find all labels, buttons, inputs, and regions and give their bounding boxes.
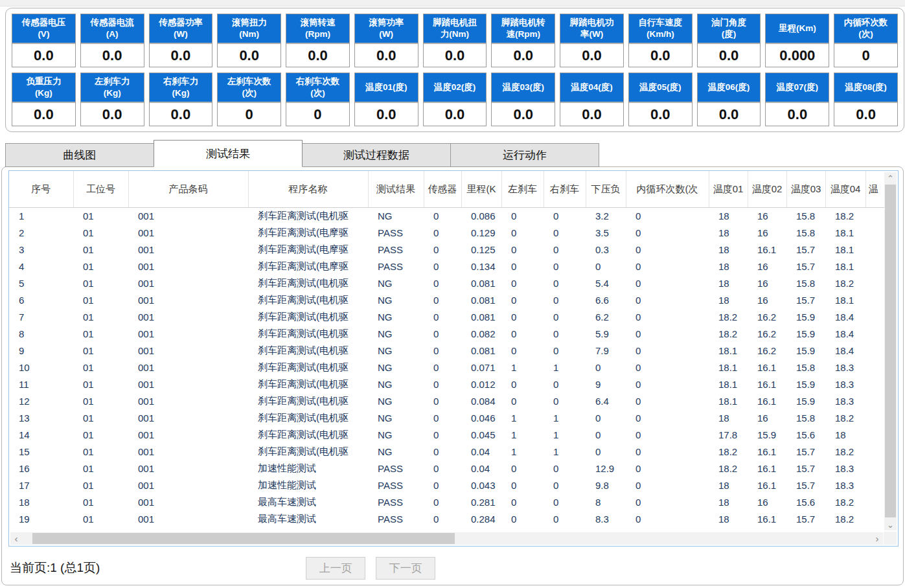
vertical-scrollbar[interactable]: ⌃ ⌄ [884, 172, 897, 530]
table-cell: 001 [128, 326, 248, 343]
table-cell: 刹车距离测试(电机驱 [248, 309, 368, 326]
column-header[interactable]: 传感器 [424, 171, 461, 208]
table-cell: 刹车距离测试(电机驱 [248, 393, 368, 410]
tab-curve-chart[interactable]: 曲线图 [5, 143, 154, 167]
table-cell: 001 [128, 427, 248, 444]
table-cell: 15.9 [748, 427, 786, 444]
scroll-up-icon[interactable]: ⌃ [884, 172, 897, 184]
column-header[interactable]: 序号 [9, 171, 73, 208]
column-header[interactable]: 内循环次数(次 [626, 171, 709, 208]
table-cell: 0.012 [461, 376, 501, 393]
table-row[interactable]: 101001刹车距离测试(电机驱NG00.086003.20181615.818… [9, 208, 895, 225]
table-cell: 18.4 [825, 309, 865, 326]
table-cell: 15.8 [786, 208, 825, 225]
column-header[interactable]: 下压负 [586, 171, 626, 208]
table-cell: 0 [544, 326, 586, 343]
table-cell: 0 [424, 376, 461, 393]
tab-test-process-data[interactable]: 测试过程数据 [302, 143, 451, 167]
gauge-label: 温度01(度) [355, 73, 418, 103]
table-row[interactable]: 1601001加速性能测试PASS00.040012.9018.216.115.… [9, 460, 895, 477]
column-header[interactable]: 工位号 [73, 171, 128, 208]
column-header[interactable]: 右刹车 [544, 171, 586, 208]
table-row[interactable]: 1401001刹车距离测试(电机驱NG00.045110017.815.915.… [9, 427, 895, 444]
table-cell: 18 [709, 258, 748, 275]
vertical-scroll-thumb[interactable] [885, 185, 896, 517]
table-cell: 01 [73, 494, 128, 511]
table-row[interactable]: 1801001最高车速测试PASS00.2810080181615.618.2 [9, 494, 895, 511]
horizontal-scrollbar[interactable]: ‹ › [10, 532, 883, 545]
scroll-down-icon[interactable]: ⌄ [884, 519, 897, 530]
table-row[interactable]: 1001001刹车距离测试(电机驱NG00.071110018.116.115.… [9, 359, 895, 376]
table-row[interactable]: 501001刹车距离测试(电机驱NG00.081005.40181615.818… [9, 275, 895, 292]
table-cell: 刹车距离测试(电机驱 [248, 326, 368, 343]
table-row[interactable]: 1701001加速性能测试PASS00.043009.801816.115.71… [9, 477, 895, 494]
table-row[interactable]: 201001刹车距离测试(电摩驱PASS00.129003.50181615.8… [9, 225, 895, 242]
table-cell: 0 [544, 511, 586, 528]
table-cell: 15.8 [786, 410, 825, 427]
table-row[interactable]: 701001刹车距离测试(电机驱NG00.081006.2018.216.215… [9, 309, 895, 326]
table-row[interactable]: 401001刹车距离测试(电摩驱PASS00.1340000181615.718… [9, 258, 895, 275]
gauge-label: 脚踏电机扭 力(Nm) [424, 14, 487, 44]
gauge-label: 负重压力 (Kg) [12, 73, 75, 103]
table-cell: 0 [626, 208, 709, 225]
table-cell: 001 [128, 444, 248, 460]
table-cell: 0 [501, 242, 544, 258]
table-cell: 18.2 [825, 511, 865, 528]
table-cell: 0 [544, 494, 586, 511]
app-window: 传感器电压 (V)0.0传感器电流 (A)0.0传感器功率 (W)0.0滚筒扭力… [0, 0, 905, 588]
table-row[interactable]: 1501001刹车距离测试(电机驱NG00.04110018.216.115.7… [9, 444, 895, 460]
column-header[interactable]: 产品条码 [128, 171, 248, 208]
horizontal-scroll-thumb[interactable] [32, 533, 455, 544]
tab-test-result[interactable]: 测试结果 [154, 140, 303, 167]
table-cell: 01 [73, 376, 128, 393]
table-row[interactable]: 901001刹车距离测试(电机驱NG00.081007.9018.116.215… [9, 343, 895, 359]
column-header[interactable]: 温度02 [748, 171, 786, 208]
table-cell: 001 [128, 376, 248, 393]
table-cell: 0 [626, 494, 709, 511]
table-cell: 15.7 [786, 477, 825, 494]
table-row[interactable]: 1101001刹车距离测试(电机驱NG00.012009018.116.115.… [9, 376, 895, 393]
table-row[interactable]: 301001刹车距离测试(电摩驱PASS00.125000.301816.115… [9, 242, 895, 258]
table-row[interactable]: 1901001最高车速测试PASS00.284008.301816.115.71… [9, 511, 895, 528]
column-header[interactable]: 里程(K [461, 171, 501, 208]
gauge-value: 0.000 [766, 44, 829, 67]
table-cell: 5.9 [586, 326, 626, 343]
gauge-value: 0.0 [12, 103, 75, 126]
gauge-tile: 传感器功率 (W)0.0 [149, 14, 213, 67]
table-cell: 18.1 [709, 343, 748, 359]
table-cell: 18.2 [825, 275, 865, 292]
table-cell: 0 [424, 427, 461, 444]
scroll-right-icon[interactable]: › [871, 532, 883, 545]
tab-run-action[interactable]: 运行动作 [450, 143, 599, 167]
table-row[interactable]: 601001刹车距离测试(电机驱NG00.081006.60181615.718… [9, 292, 895, 309]
table-row[interactable]: 1301001刹车距离测试(电机驱NG00.0461100181615.818.… [9, 410, 895, 427]
page-status: 当前页:1 (总1页) [10, 560, 100, 576]
table-cell: NG [368, 427, 424, 444]
table-cell: 16.1 [748, 444, 786, 460]
table-row[interactable]: 1201001刹车距离测试(电机驱NG00.084006.4018.116.11… [9, 393, 895, 410]
gauge-tile: 左刹车力 (Kg)0.0 [80, 73, 144, 126]
column-header[interactable]: 程序名称 [248, 171, 368, 208]
gauge-label: 传感器功率 (W) [150, 14, 212, 44]
table-cell: 0.081 [461, 309, 501, 326]
column-header[interactable]: 温度03 [786, 171, 825, 208]
table-cell: 0 [501, 376, 544, 393]
scroll-left-icon[interactable]: ‹ [10, 532, 22, 545]
table-cell: 001 [128, 343, 248, 359]
gauge-row-2: 负重压力 (Kg)0.0左刹车力 (Kg)0.0右刹车力 (Kg)0.0左刹车次… [12, 73, 898, 126]
table-row[interactable]: 801001刹车距离测试(电机驱NG00.082005.9018.216.215… [9, 326, 895, 343]
prev-page-button[interactable]: 上一页 [306, 557, 365, 580]
gauge-label: 温度02(度) [424, 73, 487, 103]
gauge-tile: 里程(Km)0.000 [765, 14, 829, 67]
table-cell: 刹车距离测试(电机驱 [248, 410, 368, 427]
column-header[interactable]: 温度04 [825, 171, 865, 208]
table-cell: 01 [73, 477, 128, 494]
gauge-value: 0.0 [355, 103, 418, 126]
next-page-button[interactable]: 下一页 [376, 557, 435, 580]
table-cell: 9 [586, 376, 626, 393]
column-header[interactable]: 左刹车 [501, 171, 544, 208]
column-header[interactable]: 温度01 [709, 171, 748, 208]
column-header[interactable]: 测试结果 [368, 171, 424, 208]
table-cell: 16.1 [748, 460, 786, 477]
table-cell: 0 [501, 292, 544, 309]
